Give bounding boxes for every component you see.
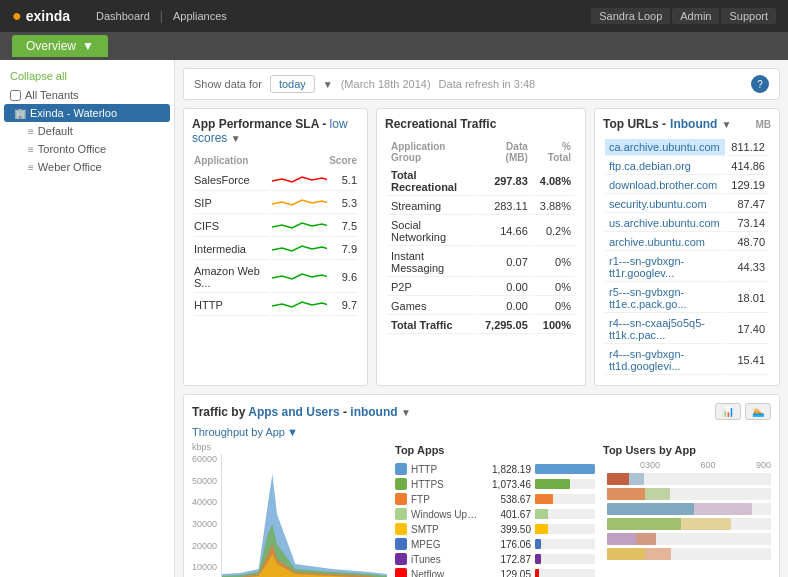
url-text: r5---sn-gvbxgn-tt1e.c.pack.go... (605, 284, 725, 313)
app-bar-fill (535, 554, 541, 564)
traffic-direction-link[interactable]: inbound (350, 405, 397, 419)
url-text: r4---sn-cxaaj5o5q5-tt1k.c.pac... (605, 315, 725, 344)
data-refresh: Data refresh in Data refresh in 3:483:48 (439, 78, 536, 90)
lock-icon: 🏢 (14, 108, 26, 119)
apps-users-link[interactable]: Apps and Users (248, 405, 339, 419)
sla-app-name: Amazon Web S... (194, 262, 270, 293)
top-apps-area: Top Apps HTTP 1,828.19 HTTPS 1,073.46 FT… (395, 426, 595, 577)
rec-data: 297.83 (479, 167, 532, 196)
chart-view-btn[interactable]: 📊 (715, 403, 741, 420)
sidebar-item-default[interactable]: ≡ Default (0, 122, 174, 140)
rec-pct: 0% (534, 298, 575, 315)
waterloo-label: Exinda - Waterloo (30, 107, 117, 119)
app-bar-fill (535, 569, 539, 577)
user-bar-row (603, 518, 771, 530)
inbound-direction-link[interactable]: Inbound (670, 117, 717, 131)
urls-direction-arrow-icon: ▼ (721, 119, 731, 130)
app-color-swatch (395, 553, 407, 565)
app-name: HTTPS (411, 479, 482, 490)
nav-dashboard[interactable]: Dashboard (86, 10, 160, 22)
show-data-label: Show data for (194, 78, 262, 90)
sla-app-name: CIFS (194, 216, 270, 237)
url-row: ca.archive.ubuntu.com 811.12 (605, 139, 769, 156)
table-view-btn[interactable]: 🏊 (745, 403, 771, 420)
logo-text: exinda (26, 8, 70, 24)
traffic-direction-arrow-icon: ▼ (401, 407, 411, 418)
traffic-chart-panel: Traffic by Apps and Users - inbound ▼ 📊 … (183, 394, 780, 577)
sla-row: Intermedia 7.9 (194, 239, 357, 260)
app-bar-track (535, 569, 595, 577)
all-tenants-row[interactable]: All Tenants (0, 86, 174, 104)
app-bar-fill (535, 479, 570, 489)
user-menu[interactable]: Sandra Loop (591, 8, 670, 24)
main-layout: Collapse all All Tenants 🏢 Exinda - Wate… (0, 60, 788, 577)
url-value: 73.14 (727, 215, 769, 232)
url-value: 15.41 (727, 346, 769, 375)
url-row: ftp.ca.debian.org 414.86 (605, 158, 769, 175)
app-bar-fill (535, 494, 553, 504)
rec-pct: 0% (534, 279, 575, 296)
app-name: Windows Updates (411, 509, 482, 520)
url-value: 17.40 (727, 315, 769, 344)
url-row: r5---sn-gvbxgn-tt1e.c.pack.go... 18.01 (605, 284, 769, 313)
sla-score: 9.6 (329, 262, 357, 293)
top-users-title: Top Users by App (603, 444, 771, 456)
url-value: 811.12 (727, 139, 769, 156)
tab-label: Overview (26, 39, 76, 53)
overview-tab[interactable]: Overview ▼ (12, 35, 108, 57)
url-text: archive.ubuntu.com (605, 234, 725, 251)
top-apps-list: HTTP 1,828.19 HTTPS 1,073.46 FTP 538.67 … (395, 463, 595, 577)
support-menu[interactable]: Support (721, 8, 776, 24)
sla-title: App Performance SLA - low scores ▼ (192, 117, 359, 145)
sla-score: 7.9 (329, 239, 357, 260)
sla-row: SIP 5.3 (194, 193, 357, 214)
all-tenants-checkbox[interactable] (10, 90, 21, 101)
user-bar-track (607, 488, 771, 500)
nav-appliances[interactable]: Appliances (163, 10, 237, 22)
chart-area-title[interactable]: Throughput by App ▼ (192, 426, 387, 438)
chart-canvas (221, 454, 387, 577)
app-value: 1,828.19 (486, 464, 531, 475)
url-row: r1---sn-gvbxgn-tt1r.googlev... 44.33 (605, 253, 769, 282)
url-row: download.brother.com 129.19 (605, 177, 769, 194)
rec-row: Streaming 283.11 3.88% (387, 198, 575, 215)
chart-with-y: 60000 50000 40000 30000 20000 10000 (192, 454, 387, 577)
app-value: 176.06 (486, 539, 531, 550)
app-value: 401.67 (486, 509, 531, 520)
collapse-all-button[interactable]: Collapse all (0, 66, 174, 86)
app-bar-row: HTTP 1,828.19 (395, 463, 595, 475)
user-seg-2 (645, 488, 670, 500)
logo: ● exinda (12, 7, 70, 25)
url-text: r4---sn-gvbxgn-tt1d.googlevi... (605, 346, 725, 375)
rec-pct: 3.88% (534, 198, 575, 215)
url-text: us.archive.ubuntu.com (605, 215, 725, 232)
rec-data: 0.07 (479, 248, 532, 277)
url-text: security.ubuntu.com (605, 196, 725, 213)
help-button[interactable]: ? (751, 75, 769, 93)
top-users-bars (603, 473, 771, 560)
rec-group: Social Networking (387, 217, 477, 246)
rec-row: Total Recreational 297.83 4.08% (387, 167, 575, 196)
user-bar-track (607, 473, 771, 485)
app-bar-track (535, 494, 595, 504)
sla-app-name: SalesForce (194, 170, 270, 191)
app-bar-row: iTunes 172.87 (395, 553, 595, 565)
urls-unit: MB (755, 119, 771, 130)
sidebar-item-toronto[interactable]: ≡ Toronto Office (0, 140, 174, 158)
sidebar-item-waterloo[interactable]: 🏢 Exinda - Waterloo (4, 104, 170, 122)
user-bar-row (603, 473, 771, 485)
sla-score: 5.3 (329, 193, 357, 214)
recreational-title: Recreational Traffic (385, 117, 577, 131)
url-row: archive.ubuntu.com 48.70 (605, 234, 769, 251)
rec-pct: 100% (534, 317, 575, 334)
rec-row: P2P 0.00 0% (387, 279, 575, 296)
today-button[interactable]: today (270, 75, 315, 93)
app-bar-row: SMTP 399.50 (395, 523, 595, 535)
sidebar: Collapse all All Tenants 🏢 Exinda - Wate… (0, 60, 175, 577)
top-urls-title: Top URLs - Inbound ▼ MB (603, 117, 771, 131)
admin-menu[interactable]: Admin (672, 8, 719, 24)
sidebar-item-weber[interactable]: ≡ Weber Office (0, 158, 174, 176)
user-bar-row (603, 548, 771, 560)
rec-pct: 0.2% (534, 217, 575, 246)
user-bar-row (603, 503, 771, 515)
